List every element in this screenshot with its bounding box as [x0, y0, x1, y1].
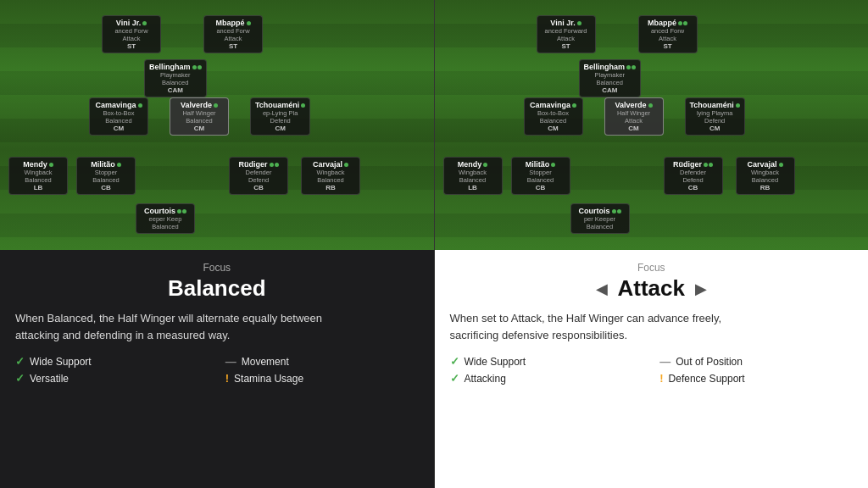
player-pos: CAM [149, 86, 202, 94]
attr-icon: ✓ [15, 372, 25, 385]
player-name: Courtois [141, 207, 190, 215]
player-mentality: Balanced [306, 176, 355, 184]
player-pos: LB [14, 184, 63, 191]
player-mentality: Balanced [529, 117, 578, 125]
left-attributes: ✓ Wide Support — Movement ✓ Versatile ! … [15, 355, 419, 385]
player-card[interactable]: Mbappé anced Forw Attack ST [638, 15, 698, 53]
player-mentality: Balanced [576, 223, 625, 230]
player-pos: CM [255, 125, 305, 132]
player-card[interactable]: Vini Jr. anced Forward Attack ST [537, 15, 596, 53]
player-role: ep-Lying Pla [255, 109, 305, 117]
player-mentality: Attack [107, 35, 156, 42]
player-role: Wingback [306, 169, 355, 176]
player-role: Half Winger [175, 109, 224, 117]
player-name: Camavinga [94, 101, 143, 109]
player-pos: RB [741, 184, 790, 191]
attr-text: Defence Support [669, 373, 745, 385]
player-card[interactable]: Courtois per Keeper Balanced [570, 203, 630, 234]
player-role: Playmaker [149, 71, 202, 79]
player-role: Playmaker [584, 71, 637, 79]
player-card[interactable]: Rüdiger Defender Defend CB [664, 157, 723, 195]
player-mentality: Attack [209, 35, 258, 42]
next-arrow[interactable]: ▶ [695, 280, 707, 298]
player-name: Carvajal [741, 160, 790, 169]
player-card[interactable]: Rüdiger Defender Defend CB [229, 157, 288, 195]
player-mentality: Balanced [149, 79, 202, 86]
player-pos: CB [234, 184, 283, 191]
left-focus-description: When Balanced, the Half Winger will alte… [15, 310, 337, 343]
player-card[interactable]: Militão Stopper Balanced CB [511, 157, 570, 195]
player-pos: CB [669, 184, 718, 191]
player-pos: CM [94, 125, 143, 132]
player-card[interactable]: Carvajal Wingback Balanced RB [301, 157, 360, 195]
player-card[interactable]: Camavinga Box-to-Box Balanced CM [89, 97, 148, 136]
player-card[interactable]: Carvajal Wingback Balanced RB [736, 157, 795, 195]
player-role: Wingback [14, 169, 63, 176]
player-name: Mendy [448, 160, 498, 169]
prev-arrow[interactable]: ◀ [596, 280, 608, 298]
main-container: Vini Jr. anced Forw Attack ST Mbappé anc… [0, 0, 868, 488]
player-role: per Keeper [576, 215, 625, 223]
player-card[interactable]: Militão Stopper Balanced CB [76, 157, 136, 195]
player-card[interactable]: Mendy Wingback Balanced LB [8, 157, 68, 195]
attr-item: — Out of Position [659, 355, 853, 368]
attr-item: ! Stamina Usage [225, 372, 419, 385]
player-card[interactable]: Camavinga Box-to-Box Balanced CM [524, 97, 583, 136]
player-mentality: Attack [643, 35, 693, 42]
attr-icon: ! [659, 372, 663, 385]
player-role: anced Forw [643, 27, 693, 35]
player-name: Tchouaméni [255, 101, 305, 109]
player-pos: CB [81, 184, 131, 191]
player-role: Defender [669, 169, 718, 176]
player-name: Valverde [609, 101, 659, 109]
player-pos: CAM [584, 86, 637, 94]
player-card[interactable]: Mbappé anced Forw Attack ST [203, 15, 263, 53]
player-role: Stopper [516, 169, 565, 176]
right-info-panel: Focus ◀ Attack ▶ When set to Attack, the… [435, 250, 869, 488]
player-role: Defender [234, 169, 283, 176]
player-card[interactable]: Valverde Half Winger Balanced CM [170, 97, 229, 136]
player-mentality: Defend [234, 176, 283, 184]
player-pos: ST [107, 42, 156, 50]
attr-icon: ✓ [450, 372, 459, 385]
right-focus-description: When set to Attack, the Half Winger can … [450, 310, 772, 343]
attr-item: ! Defence Support [659, 372, 853, 385]
attr-text: Versatile [30, 373, 69, 385]
left-focus-label: Focus [15, 262, 419, 274]
player-card[interactable]: Tchouaméni lying Playma Defend CM [685, 97, 745, 136]
player-role: Stopper [81, 169, 131, 176]
player-mentality: Defend [255, 117, 305, 125]
player-name: Vini Jr. [542, 19, 591, 27]
player-role: Box-to-Box [529, 109, 578, 117]
player-card[interactable]: Valverde Half Winger Attack CM [604, 97, 664, 136]
attr-text: Wide Support [465, 356, 526, 368]
player-card[interactable]: Mendy Wingback Balanced LB [443, 157, 503, 195]
left-focus-title: Balanced [15, 275, 419, 302]
attr-icon: — [225, 355, 236, 368]
player-name: Bellingham [584, 63, 637, 71]
attr-text: Stamina Usage [234, 373, 303, 385]
player-mentality: Balanced [584, 79, 637, 86]
player-card[interactable]: Courtois eeper Keep Balanced [136, 203, 195, 234]
player-name: Carvajal [306, 160, 355, 169]
player-mentality: Balanced [14, 176, 63, 184]
player-mentality: Defend [690, 117, 740, 125]
player-mentality: Defend [669, 176, 718, 184]
player-pos: LB [448, 184, 498, 191]
right-attributes: ✓ Wide Support — Out of Position ✓ Attac… [450, 355, 854, 385]
player-pos: RB [306, 184, 355, 191]
player-card[interactable]: Tchouaméni ep-Lying Pla Defend CM [250, 97, 310, 136]
attr-icon: ! [225, 372, 229, 385]
player-card[interactable]: Vini Jr. anced Forw Attack ST [102, 15, 161, 53]
player-pos: CM [529, 125, 578, 132]
player-card[interactable]: Bellingham Playmaker Balanced CAM [579, 59, 642, 97]
right-panel: Vini Jr. anced Forward Attack ST Mbappé … [435, 0, 869, 488]
player-name: Valverde [175, 101, 224, 109]
player-name: Rüdiger [234, 160, 283, 169]
attr-item: ✓ Wide Support [15, 355, 209, 368]
attr-item: ✓ Versatile [15, 372, 209, 385]
player-name: Rüdiger [669, 160, 718, 169]
player-name: Militão [516, 160, 565, 169]
player-name: Camavinga [529, 101, 578, 109]
player-card[interactable]: Bellingham Playmaker Balanced CAM [144, 59, 207, 97]
